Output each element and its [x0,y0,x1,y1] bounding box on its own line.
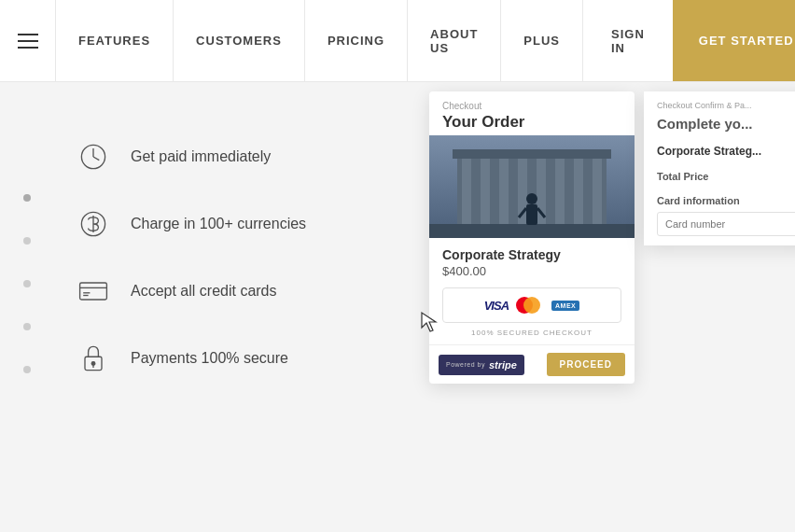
checkout-product-image [429,135,635,238]
amex-logo: AMEX [551,301,579,311]
stripe-logo: stripe [489,359,517,371]
nav-item-features[interactable]: FEATURES [56,0,174,81]
svg-point-24 [526,193,537,204]
proceed-button[interactable]: PROCEED [547,353,625,376]
svg-line-2 [93,157,99,161]
product-price: $400.00 [429,264,635,287]
complete-title: Complete yo... [657,116,795,132]
feature-credit-cards: Accept all credit cards [75,273,355,310]
mastercard-logo [516,296,544,315]
checkout-title: Your Order [442,113,621,132]
feature-credit-cards-label: Accept all credit cards [131,283,277,300]
svg-rect-5 [80,283,107,300]
feature-currencies-label: Charge in 100+ currencies [131,216,306,232]
svg-rect-21 [593,159,602,229]
complete-product-field: Corporate Strateg... [657,145,795,158]
feature-get-paid-label: Get paid immediately [131,148,271,165]
lock-icon [75,340,112,377]
complete-total-label: Total Price [657,171,795,182]
powered-by-label: Powered by [446,361,485,368]
card-number-input[interactable] [657,212,795,236]
complete-order-card: Checkout Confirm & Pa... Complete yo... … [644,91,795,245]
sign-in-button[interactable]: SIGN IN [583,0,673,81]
svg-point-10 [91,362,95,366]
svg-rect-14 [462,159,471,229]
dot-2 [23,237,31,245]
secured-text: 100% SECURED CHECKOUT [429,329,635,344]
dot-5 [23,366,31,373]
svg-rect-15 [481,159,490,229]
svg-rect-17 [518,159,527,229]
svg-rect-18 [537,159,546,229]
svg-rect-19 [555,159,565,229]
nav-item-pricing[interactable]: PRICING [305,0,408,81]
checkout-card: Checkout Your Order [429,91,635,384]
nav-item-plus[interactable]: PLUS [501,0,583,81]
svg-rect-25 [526,204,537,225]
svg-rect-20 [574,159,583,229]
visa-logo: VISA [484,299,509,313]
navbar: FEATURES CUSTOMERS PRICING ABOUT US PLUS… [0,0,795,82]
hamburger-button[interactable] [0,0,56,81]
get-started-button[interactable]: GET STARTED FREE [673,0,795,81]
dot-3 [23,280,31,287]
features-list: Get paid immediately Charge in 100+ curr… [75,129,355,532]
product-name: Corporate Strategy [429,238,635,264]
clock-icon [75,138,112,175]
checkout-footer: Powered by stripe PROCEED [429,344,635,384]
dollar-icon [75,205,112,243]
payment-methods: VISA AMEX [442,287,621,323]
feature-get-paid: Get paid immediately [75,138,355,175]
svg-rect-22 [453,149,611,159]
dot-1 [23,194,31,202]
checkout-breadcrumb: Checkout [442,101,621,111]
credit-card-icon [75,273,112,310]
feature-currencies: Charge in 100+ currencies [75,205,355,243]
checkout-header: Checkout Your Order [429,91,635,135]
nav-item-about-us[interactable]: ABOUT US [408,0,501,81]
complete-card-info-label: Card information [657,195,795,206]
nav-item-customers[interactable]: CUSTOMERS [174,0,305,81]
dot-4 [23,323,31,330]
stripe-badge: Powered by stripe [439,355,524,375]
pagination-dots [23,194,31,373]
svg-rect-16 [499,159,509,229]
main-content: Get paid immediately Charge in 100+ curr… [0,82,795,532]
nav-links: FEATURES CUSTOMERS PRICING ABOUT US PLUS [56,0,583,81]
hamburger-icon [18,34,38,49]
feature-secure-label: Payments 100% secure [131,350,288,367]
feature-secure: Payments 100% secure [75,340,355,377]
complete-breadcrumb: Checkout Confirm & Pa... [657,101,795,110]
svg-rect-23 [429,224,635,238]
